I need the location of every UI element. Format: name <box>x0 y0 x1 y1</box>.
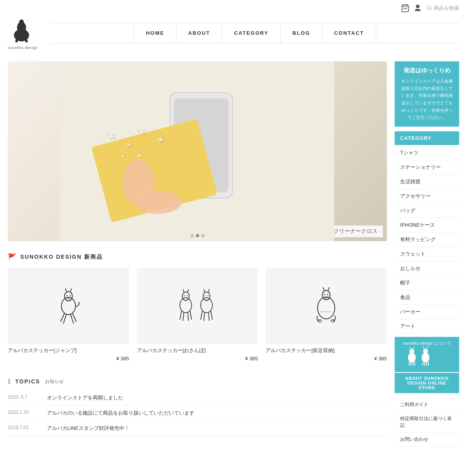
flag-icon: 🚩 <box>8 253 16 261</box>
svg-line-52 <box>204 289 205 292</box>
category-item-notice[interactable]: おしらせ <box>395 261 459 276</box>
sidebar-notice: 発送はゆっくりめ オンラインストアは入金確認後５日以内の発送をしています。作家自… <box>395 61 459 127</box>
slider-dots <box>190 234 205 237</box>
logo-nav-wrapper: sunokko design HOME ABOUT CATEGORY BLOG … <box>0 16 467 54</box>
sidebar: 発送はゆっくりめ オンラインストアは入金確認後５日以内の発送をしています。作家自… <box>395 61 459 447</box>
category-item-parka[interactable]: パーカー <box>395 305 459 319</box>
topic-date-1: 2020. 5.7 <box>8 394 39 400</box>
svg-line-42 <box>183 289 184 292</box>
cart-icon[interactable] <box>401 4 410 13</box>
hero-image: 🦙 🦙 🦙 🦙 🦙 🦙 クリーナークロス <box>8 61 387 241</box>
category-item-stationery[interactable]: ステーショナリー <box>395 160 459 175</box>
slider-dot-2[interactable] <box>196 234 199 237</box>
svg-line-56 <box>201 311 202 320</box>
svg-line-62 <box>323 287 324 290</box>
topics-section: ℹ TOPICS お知らせ 2020. 5.7 オンラインストアを再開しました … <box>8 377 387 436</box>
svg-line-48 <box>188 312 189 321</box>
svg-point-30 <box>65 292 72 301</box>
product-card-1[interactable]: アルパカステッカー[ジャンプ] ¥ 385 <box>8 268 129 361</box>
svg-point-54 <box>204 295 205 296</box>
sidebar-links: ご利用ガイド 特定商取引法に基づく表記 お問い合わせ <box>395 398 459 447</box>
slider-dot-1[interactable] <box>190 234 194 237</box>
svg-point-16 <box>22 21 23 23</box>
product-image-2 <box>137 268 258 344</box>
nav-category[interactable]: CATEGORY <box>222 23 280 43</box>
product-title-3: アルパカステッカー[前足収納] <box>266 347 387 354</box>
topic-text-1: オンラインストアを再開しました <box>47 394 123 401</box>
link-contact[interactable]: お問い合わせ <box>395 433 459 447</box>
svg-line-57 <box>204 312 205 321</box>
main-nav: HOME ABOUT CATEGORY BLOG CONTACT <box>51 23 459 43</box>
svg-line-39 <box>72 313 76 322</box>
svg-point-29 <box>123 159 154 206</box>
svg-line-82 <box>424 362 425 366</box>
svg-line-53 <box>208 289 209 292</box>
logo: sunokko design <box>8 16 43 50</box>
category-item-iphone[interactable]: IPHONEケース <box>395 218 459 233</box>
logo-alpaca-icon <box>8 16 43 46</box>
product-image-3 <box>266 268 387 344</box>
svg-point-40 <box>182 292 189 301</box>
product-price-1: ¥ 385 <box>8 356 129 361</box>
search-area[interactable]: 商品を検索 <box>427 5 459 12</box>
svg-point-45 <box>187 295 188 296</box>
new-products-heading: SUNOKKO DESIGN 新商品 <box>20 254 103 261</box>
about-title-text: sunokko design について <box>403 340 451 347</box>
topics-header: ℹ TOPICS お知らせ <box>8 377 387 386</box>
new-products-title: 🚩 SUNOKKO DESIGN 新商品 <box>8 253 387 261</box>
svg-line-83 <box>426 362 427 366</box>
slider-dot-3[interactable] <box>201 234 205 237</box>
svg-point-31 <box>61 297 75 315</box>
svg-point-64 <box>324 294 325 295</box>
header-icons <box>401 4 422 13</box>
link-guide[interactable]: ご利用ガイド <box>395 398 459 412</box>
category-item-hat[interactable]: 帽子 <box>395 276 459 290</box>
svg-line-72 <box>413 347 414 349</box>
main-content: 🦙 🦙 🦙 🦙 🦙 🦙 クリーナークロス <box>8 61 387 447</box>
svg-line-32 <box>65 288 66 292</box>
svg-line-79 <box>423 347 424 349</box>
topic-date-3: 2018.7.01 <box>8 425 39 430</box>
category-item-zakka[interactable]: 生活雑貨 <box>395 175 459 189</box>
info-icon: ℹ <box>8 377 11 386</box>
svg-line-47 <box>183 312 184 321</box>
category-item-bag[interactable]: バッグ <box>395 204 459 218</box>
search-label: 商品を検索 <box>434 5 459 12</box>
hero-slider[interactable]: 🦙 🦙 🦙 🦙 🦙 🦙 クリーナークロス <box>8 61 387 241</box>
nav-home[interactable]: HOME <box>134 23 176 43</box>
svg-point-50 <box>203 292 210 301</box>
svg-line-84 <box>428 361 429 365</box>
svg-line-80 <box>427 347 428 349</box>
svg-line-75 <box>413 362 413 366</box>
svg-point-65 <box>327 294 329 295</box>
user-icon[interactable] <box>413 4 422 13</box>
topic-text-3: アルパカLINEスタンプ好評発売中！ <box>47 425 129 432</box>
topic-text-2: アルパカのいる施設にて商品をお取り扱いしていただいています <box>47 410 194 417</box>
topic-item-3: 2018.7.01 アルパカLINEスタンプ好評発売中！ <box>8 421 387 436</box>
product-card-2[interactable]: アルパカステッカー[おさんぽ] ¥ 385 <box>137 268 258 361</box>
sidebar-about-image[interactable]: sunokko design について <box>395 337 459 372</box>
product-price-2: ¥ 385 <box>137 356 258 361</box>
header-top: 商品を検索 <box>0 0 467 16</box>
svg-point-41 <box>180 298 192 313</box>
svg-line-58 <box>208 312 209 321</box>
svg-line-46 <box>180 311 181 320</box>
svg-point-61 <box>318 297 335 319</box>
category-item-wrapping[interactable]: 有料ラッピング <box>395 233 459 247</box>
nav-about[interactable]: ABOUT <box>176 23 222 43</box>
svg-line-33 <box>70 288 72 292</box>
svg-line-2 <box>431 9 432 10</box>
svg-point-15 <box>20 21 21 23</box>
nav-blog[interactable]: BLOG <box>281 23 323 43</box>
nav-contact[interactable]: CONTACT <box>322 23 376 43</box>
category-item-food[interactable]: 食品 <box>395 290 459 305</box>
category-item-art[interactable]: アート <box>395 319 459 334</box>
svg-line-73 <box>409 361 410 365</box>
svg-line-43 <box>188 289 189 292</box>
category-item-sweat[interactable]: スウェット <box>395 247 459 261</box>
product-card-3[interactable]: アルパカステッカー[前足収納] ¥ 385 <box>266 268 387 361</box>
category-item-tshirt[interactable]: Tシャツ <box>395 146 459 160</box>
category-item-accessory[interactable]: アクセサリー <box>395 189 459 204</box>
product-title-2: アルパカステッカー[おさんぽ] <box>137 347 258 354</box>
link-legal[interactable]: 特定商取引法に基づく表記 <box>395 412 459 433</box>
